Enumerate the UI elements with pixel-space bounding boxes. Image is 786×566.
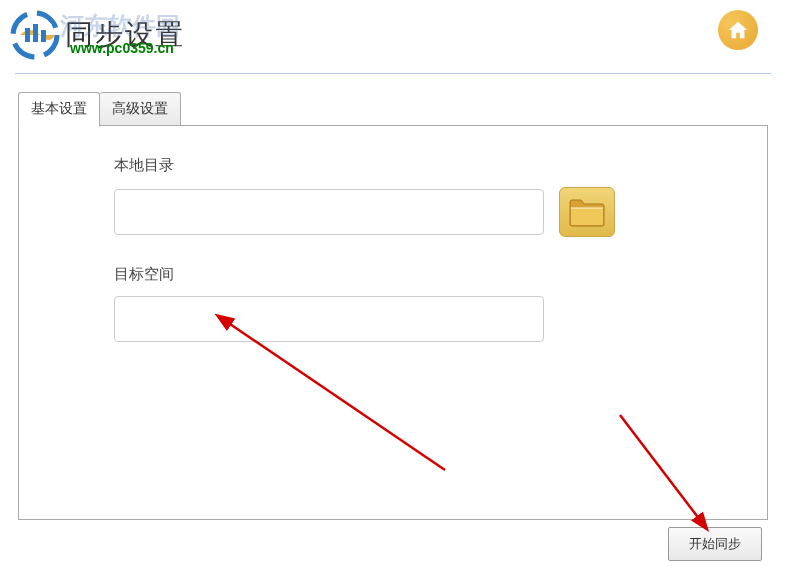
tab-panel-basic: 本地目录 目标空间 bbox=[18, 125, 768, 520]
svg-rect-3 bbox=[41, 30, 46, 42]
target-space-input[interactable] bbox=[114, 296, 544, 342]
browse-folder-button[interactable] bbox=[559, 187, 615, 237]
tab-advanced-settings[interactable]: 高级设置 bbox=[100, 92, 181, 126]
home-button[interactable] bbox=[718, 10, 758, 50]
header-divider bbox=[15, 73, 771, 74]
tab-basic-settings[interactable]: 基本设置 bbox=[18, 92, 100, 127]
svg-rect-1 bbox=[25, 28, 30, 42]
local-dir-label: 本地目录 bbox=[114, 156, 742, 175]
svg-rect-2 bbox=[33, 24, 38, 42]
start-sync-button[interactable]: 开始同步 bbox=[668, 527, 762, 561]
folder-icon bbox=[568, 196, 606, 228]
target-space-label: 目标空间 bbox=[114, 265, 742, 284]
watermark-url: www.pc0359.cn bbox=[70, 40, 174, 56]
app-logo bbox=[10, 10, 60, 60]
watermark-text: 河东软件园 bbox=[60, 10, 180, 42]
home-icon bbox=[727, 19, 749, 41]
local-dir-input[interactable] bbox=[114, 189, 544, 235]
